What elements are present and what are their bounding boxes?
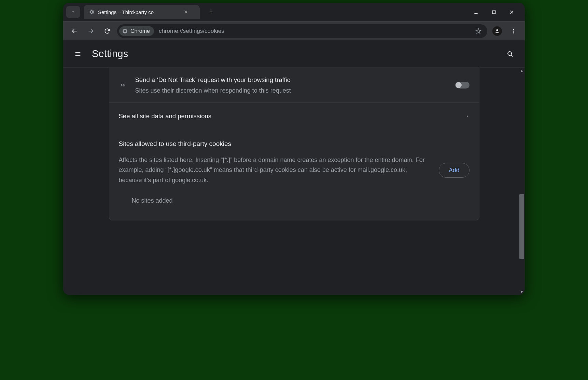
minimize-icon — [473, 9, 479, 15]
search-icon — [506, 50, 514, 58]
url-text: chrome://settings/cookies — [159, 28, 224, 35]
tab-search-dropdown[interactable] — [66, 6, 80, 18]
svg-point-5 — [513, 30, 514, 31]
kebab-icon — [510, 28, 517, 34]
reload-icon — [104, 28, 111, 35]
svg-point-4 — [513, 29, 514, 30]
allowed-sites-section: Sites allowed to use third-party cookies… — [109, 130, 479, 220]
back-button[interactable] — [68, 25, 81, 38]
avatar — [492, 26, 502, 36]
address-bar[interactable]: Chrome chrome://settings/cookies — [117, 24, 487, 38]
reload-button[interactable] — [101, 25, 114, 38]
tab-close-button[interactable] — [183, 10, 188, 14]
browser-window: Settings – Third-party co Chrome — [63, 3, 525, 295]
plus-icon — [208, 9, 214, 15]
person-icon — [494, 28, 500, 34]
scrollbar-thumb[interactable] — [519, 194, 524, 259]
menu-button[interactable] — [71, 48, 84, 60]
toolbar: Chrome chrome://settings/cookies — [63, 21, 525, 40]
allowed-sites-title: Sites allowed to use third-party cookies — [119, 140, 470, 148]
close-window-button[interactable] — [507, 8, 516, 16]
bookmark-button[interactable] — [475, 28, 482, 35]
scroll-area[interactable]: Send a ‘Do Not Track’ request with your … — [63, 68, 525, 295]
dnt-title: Send a ‘Do Not Track’ request with your … — [135, 76, 448, 85]
allowed-sites-empty: No sites added — [109, 186, 479, 220]
sub-item-arrow-icon — [119, 81, 128, 89]
url-chip-label: Chrome — [130, 28, 150, 34]
dnt-subtitle: Sites use their discretion when respondi… — [135, 86, 448, 95]
svg-point-3 — [496, 29, 498, 31]
star-icon — [475, 28, 482, 35]
chevron-right-icon — [465, 114, 470, 118]
maximize-button[interactable] — [489, 8, 498, 16]
forward-button[interactable] — [84, 25, 97, 38]
close-icon — [183, 10, 188, 14]
arrow-right-icon — [87, 28, 94, 35]
dnt-toggle[interactable] — [455, 82, 470, 89]
chevron-down-icon — [71, 10, 75, 14]
window-controls — [472, 8, 522, 16]
scrollbar[interactable]: ▲ ▼ — [519, 68, 525, 295]
scroll-down-arrow-icon[interactable]: ▼ — [519, 289, 525, 295]
svg-point-6 — [513, 32, 514, 33]
maximize-icon — [491, 10, 496, 15]
url-chip: Chrome — [119, 26, 154, 36]
settings-header: Settings — [63, 40, 525, 68]
tab-title: Settings – Third-party co — [98, 9, 180, 15]
settings-card: Send a ‘Do Not Track’ request with your … — [109, 68, 479, 220]
tab-strip: Settings – Third-party co — [63, 3, 525, 21]
page-title: Settings — [92, 48, 128, 59]
close-icon — [509, 9, 515, 15]
add-site-button[interactable]: Add — [439, 163, 469, 178]
hamburger-icon — [74, 50, 82, 58]
profile-button[interactable] — [491, 25, 504, 38]
chrome-icon — [122, 28, 128, 34]
minimize-button[interactable] — [472, 8, 480, 16]
see-all-site-data-label: See all site data and permissions — [119, 112, 458, 121]
new-tab-button[interactable] — [205, 6, 217, 18]
gear-icon — [88, 9, 95, 15]
svg-point-7 — [508, 52, 512, 55]
browser-tab[interactable]: Settings – Third-party co — [84, 5, 200, 19]
scroll-up-arrow-icon[interactable]: ▲ — [519, 68, 525, 74]
svg-rect-0 — [492, 11, 495, 14]
see-all-site-data-link[interactable]: See all site data and permissions — [109, 103, 479, 130]
allowed-sites-description: Affects the sites listed here. Inserting… — [119, 155, 429, 186]
content-area: Send a ‘Do Not Track’ request with your … — [63, 68, 525, 295]
browser-menu-button[interactable] — [507, 25, 520, 38]
arrow-left-icon — [71, 28, 78, 35]
settings-search-button[interactable] — [504, 48, 517, 60]
svg-point-2 — [124, 30, 126, 32]
do-not-track-row: Send a ‘Do Not Track’ request with your … — [109, 68, 479, 103]
